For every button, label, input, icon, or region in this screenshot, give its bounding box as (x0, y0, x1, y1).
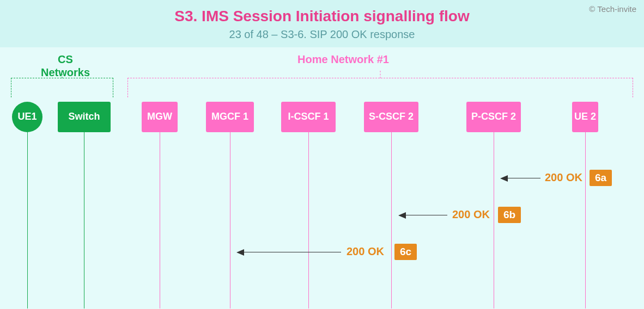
node-mgcf1: MGCF 1 (206, 102, 254, 132)
msg-label-6c: 200 OK (347, 245, 384, 258)
node-scscf2: S-CSCF 2 (364, 102, 418, 132)
bracket-home (127, 78, 633, 97)
lifeline-ue1 (27, 132, 28, 308)
copyright: © Tech-invite (589, 4, 636, 14)
arrow-6b (399, 215, 447, 215)
node-icscf1: I-CSCF 1 (281, 102, 336, 132)
lifeline-pcscf2 (494, 132, 494, 308)
node-label: Switch (68, 111, 100, 123)
node-switch: Switch (58, 102, 111, 132)
lifeline-ue2 (585, 132, 586, 308)
lifeline-icscf1 (308, 132, 309, 308)
page-subtitle: 23 of 48 – S3-6. SIP 200 OK response (0, 28, 644, 41)
node-label: P-CSCF 2 (471, 111, 516, 123)
header: S3. IMS Session Initiation signalling fl… (0, 0, 644, 47)
node-label: UE1 (17, 111, 37, 123)
group-label-cs: CS Networks (33, 53, 98, 79)
msg-label-6b: 200 OK (452, 208, 490, 221)
lifeline-mgw (160, 132, 160, 308)
page-title: S3. IMS Session Initiation signalling fl… (0, 8, 644, 25)
node-label: MGW (147, 111, 172, 123)
node-pcscf2: P-CSCF 2 (466, 102, 521, 132)
node-ue2: UE 2 (572, 102, 598, 132)
node-label: S-CSCF 2 (369, 111, 414, 123)
step-tag-6a: 6a (590, 170, 612, 186)
node-label: I-CSCF 1 (288, 111, 329, 123)
arrow-6a (501, 178, 540, 178)
node-label: MGCF 1 (211, 111, 248, 123)
lifeline-switch (84, 132, 84, 308)
step-tag-6b: 6b (498, 207, 521, 223)
node-mgw: MGW (142, 102, 178, 132)
arrow-6c (238, 252, 341, 252)
bracket-cs (11, 78, 113, 97)
node-ue1: UE1 (12, 102, 42, 132)
lifeline-mgcf1 (230, 132, 230, 308)
group-label-home: Home Network #1 (272, 53, 414, 66)
diagram-canvas: CS Networks Home Network #1 UE1 Switch M… (0, 47, 644, 308)
msg-label-6a: 200 OK (545, 171, 582, 184)
step-tag-6c: 6c (394, 244, 417, 260)
node-label: UE 2 (574, 111, 596, 123)
lifeline-scscf2 (391, 132, 392, 308)
